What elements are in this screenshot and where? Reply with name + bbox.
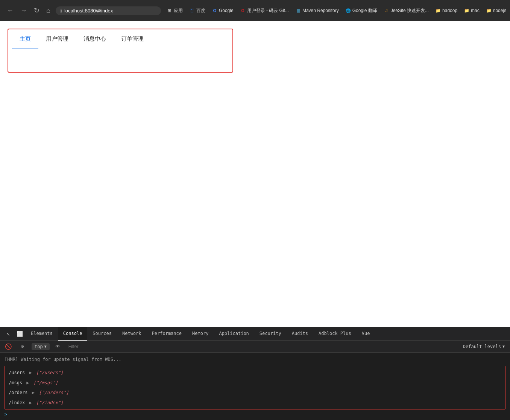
devtools-tab-memory-label: Memory xyxy=(192,331,208,336)
apps-icon: ⊞ xyxy=(167,8,172,13)
baidu-icon: 百 xyxy=(190,8,195,13)
nodejs-folder-icon: 📁 xyxy=(486,8,492,13)
bookmark-google-label: Google xyxy=(219,8,234,13)
tab-home[interactable]: 主页 xyxy=(12,29,38,49)
bookmark-hadoop-label: hadoop xyxy=(442,8,457,13)
tab-orders[interactable]: 订单管理 xyxy=(114,29,151,49)
route-arrow-msgs: ▶ xyxy=(26,380,29,385)
route-line-msgs: /msgs ▶ ["/msgs"] xyxy=(5,378,505,388)
bookmark-baidu-label: 百度 xyxy=(196,8,205,14)
route-key-orders: /orders xyxy=(9,390,30,395)
route-block: /users ▶ ["/users"] /msgs ▶ ["/msgs"] /o… xyxy=(5,366,505,409)
back-button[interactable]: ← xyxy=(5,6,16,15)
nav-buttons: ← → ↻ ⌂ xyxy=(5,6,53,15)
devtools-tab-application[interactable]: Application xyxy=(214,327,254,341)
tab-messages[interactable]: 消息中心 xyxy=(76,29,114,49)
default-levels-btn[interactable]: Default levels ▼ xyxy=(461,343,507,350)
devtools-tab-adblock-label: Adblock Plus xyxy=(319,331,351,336)
tab-orders-label: 订单管理 xyxy=(121,35,144,42)
device-toggle-btn[interactable]: ⬜ xyxy=(14,329,25,339)
jeesite-icon: J xyxy=(384,8,389,13)
context-label: top xyxy=(35,344,43,349)
hadoop-folder-icon: 📁 xyxy=(436,8,441,13)
bookmark-mac[interactable]: 📁 mac xyxy=(461,7,483,14)
devtools-tab-elements-label: Elements xyxy=(31,331,53,336)
devtools-tab-performance[interactable]: Performance xyxy=(147,327,187,341)
eye-icon-btn[interactable]: 👁 xyxy=(53,341,63,352)
devtools-tab-audits-label: Audits xyxy=(292,331,308,336)
devtools-tab-console-label: Console xyxy=(63,331,82,336)
context-chevron-icon: ▼ xyxy=(44,344,47,348)
address-bar[interactable]: ℹ localhost:8080/#/index xyxy=(56,6,161,15)
nav-tabs: 主页 用户管理 消息中心 订单管理 xyxy=(8,29,232,49)
route-value-users: ["/users"] xyxy=(36,370,63,375)
route-key-index: /index xyxy=(9,400,28,405)
devtools-tab-security[interactable]: Security xyxy=(254,327,287,341)
route-arrow-index: ▶ xyxy=(29,400,32,405)
levels-chevron-icon: ▼ xyxy=(502,344,505,348)
browser-chrome: ← → ↻ ⌂ ℹ localhost:8080/#/index ⊞ 应用 百 … xyxy=(0,0,510,21)
devtools-tab-console[interactable]: Console xyxy=(58,327,88,341)
devtools-tab-sources[interactable]: Sources xyxy=(87,327,117,341)
page-content: 主页 用户管理 消息中心 订单管理 xyxy=(0,21,510,254)
route-line-index: /index ▶ ["/index"] xyxy=(5,398,505,408)
devtools-tab-memory[interactable]: Memory xyxy=(187,327,214,341)
route-key-msgs: /msgs xyxy=(9,380,25,385)
mac-folder-icon: 📁 xyxy=(464,8,469,13)
forward-button[interactable]: → xyxy=(18,6,29,15)
route-value-index: ["/index"] xyxy=(36,400,63,405)
reload-button[interactable]: ↻ xyxy=(32,6,42,15)
devtools-tab-elements[interactable]: Elements xyxy=(26,327,58,341)
bookmark-baidu[interactable]: 百 百度 xyxy=(187,6,208,15)
no-symbol-btn[interactable]: ⊘ xyxy=(17,341,28,352)
devtools-tab-audits[interactable]: Audits xyxy=(287,327,313,341)
route-value-msgs: ["/msgs"] xyxy=(33,380,58,385)
route-key-users: /users xyxy=(9,370,28,375)
tab-content-area xyxy=(8,49,232,72)
cursor-prompt: > xyxy=(5,412,7,417)
tab-home-label: 主页 xyxy=(20,35,31,42)
route-arrow-users: ▶ xyxy=(29,370,32,375)
maven-icon: ▦ xyxy=(296,8,301,13)
bookmark-maven[interactable]: ▦ Maven Repository xyxy=(293,7,342,14)
bookmark-mac-label: mac xyxy=(471,8,480,13)
translate-icon: 🌐 xyxy=(346,8,351,13)
filter-input[interactable] xyxy=(67,343,458,350)
bookmark-nodejs[interactable]: 📁 nodejs xyxy=(483,7,509,14)
hmr-line: [HMR] Waiting for update signal from WDS… xyxy=(0,355,510,364)
tab-messages-label: 消息中心 xyxy=(83,35,106,42)
lock-icon: ℹ xyxy=(60,8,62,14)
bookmark-maven-label: Maven Repository xyxy=(302,8,339,13)
tab-users[interactable]: 用户管理 xyxy=(38,29,76,49)
devtools-tab-adblock[interactable]: Adblock Plus xyxy=(313,327,357,341)
bookmark-translate[interactable]: 🌐 Google 翻译 xyxy=(343,6,380,15)
devtools-tab-application-label: Application xyxy=(219,331,249,336)
context-selector[interactable]: top ▼ xyxy=(32,343,50,350)
devtools-secondary-toolbar: 🚫 ⊘ top ▼ 👁 Default levels ▼ xyxy=(0,341,510,353)
console-output: [HMR] Waiting for update signal from WDS… xyxy=(0,353,510,420)
bookmark-google[interactable]: G Google xyxy=(209,7,237,14)
devtools-panel: ↖ ⬜ Elements Console Sources Network Per… xyxy=(0,327,510,420)
bookmark-jeesite[interactable]: J JeeSite 快速开发... xyxy=(381,6,432,15)
devtools-tab-network[interactable]: Network xyxy=(117,327,147,341)
hmr-text: [HMR] Waiting for update signal from WDS… xyxy=(5,356,121,363)
bookmark-apps[interactable]: ⊞ 应用 xyxy=(164,6,186,15)
console-cursor[interactable]: > xyxy=(0,411,510,418)
clear-console-btn[interactable]: 🚫 xyxy=(3,341,14,352)
route-arrow-orders: ▶ xyxy=(32,390,35,395)
default-levels-label: Default levels xyxy=(463,344,501,349)
bookmark-hadoop[interactable]: 📁 hadoop xyxy=(433,7,460,14)
devtools-tab-vue[interactable]: Vue xyxy=(357,327,375,341)
bookmark-gitee-label: 用户登录 - 码云 Git... xyxy=(247,8,289,14)
devtools-tab-performance-label: Performance xyxy=(152,331,182,336)
bookmark-nodejs-label: nodejs xyxy=(493,8,506,13)
devtools-tab-sources-label: Sources xyxy=(93,331,112,336)
devtools-tab-vue-label: Vue xyxy=(362,331,370,336)
home-button[interactable]: ⌂ xyxy=(44,6,53,15)
nav-tabs-container: 主页 用户管理 消息中心 订单管理 xyxy=(8,29,233,73)
url-text: localhost:8080/#/index xyxy=(64,8,113,14)
bookmark-apps-label: 应用 xyxy=(174,8,183,14)
cursor-icon-btn[interactable]: ↖ xyxy=(3,329,14,339)
tab-users-label: 用户管理 xyxy=(46,35,68,42)
bookmark-gitee[interactable]: G 用户登录 - 码云 Git... xyxy=(237,6,292,15)
